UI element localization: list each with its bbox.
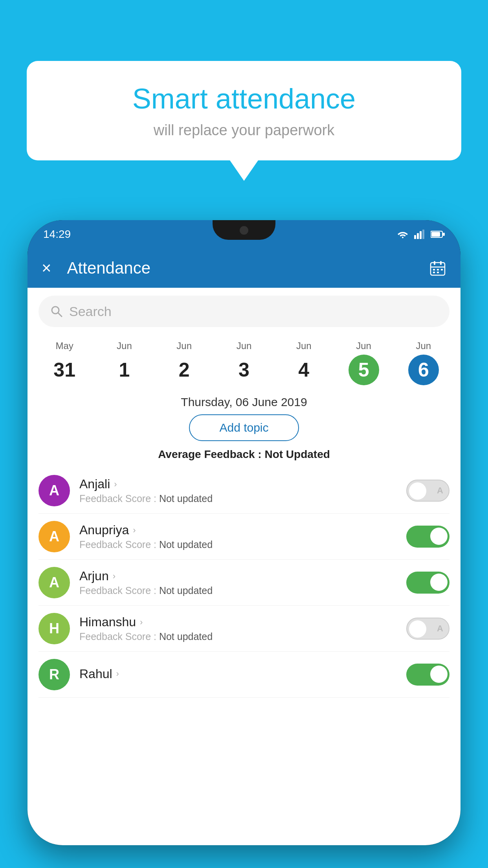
screen-content: Search May31Jun1Jun2Jun3Jun4Jun5Jun6 Thu…: [28, 288, 460, 845]
feedback-score: Feedback Score : Not updated: [79, 539, 397, 550]
student-item[interactable]: AAnupriya ›Feedback Score : Not updatedP: [39, 514, 449, 560]
calendar-month-label: Jun: [156, 340, 213, 351]
svg-rect-5: [431, 232, 440, 237]
chevron-right-icon: ›: [140, 617, 143, 627]
bubble-title: Smart attendance: [50, 83, 438, 115]
calendar-date-number: 2: [169, 355, 200, 385]
avatar: R: [39, 659, 70, 690]
search-bar[interactable]: Search: [39, 296, 449, 327]
svg-rect-1: [417, 233, 419, 239]
toggle-label: A: [437, 623, 443, 634]
attendance-toggle[interactable]: P: [406, 664, 449, 686]
student-name: Anjali ›: [79, 477, 397, 491]
student-name: Himanshu ›: [79, 615, 397, 629]
calendar-day[interactable]: Jun3: [214, 337, 274, 388]
svg-rect-15: [437, 272, 439, 273]
student-list: AAnjali ›Feedback Score : Not updatedAAA…: [28, 468, 460, 698]
svg-rect-2: [420, 231, 422, 239]
svg-rect-6: [443, 233, 445, 236]
avatar: H: [39, 613, 70, 644]
calendar-day[interactable]: Jun4: [274, 337, 334, 388]
attendance-toggle[interactable]: A: [406, 480, 449, 502]
phone-frame: 14:29: [28, 220, 460, 845]
student-item[interactable]: AArjun ›Feedback Score : Not updatedP: [39, 560, 449, 606]
camera: [240, 226, 248, 235]
phone-notch: [213, 220, 275, 240]
toggle-label: A: [437, 485, 443, 496]
chevron-right-icon: ›: [114, 479, 117, 489]
calendar-day[interactable]: Jun1: [94, 337, 154, 388]
feedback-score: Feedback Score : Not updated: [79, 631, 397, 642]
calendar-day[interactable]: Jun6: [394, 337, 453, 388]
phone-mockup: 14:29: [28, 220, 460, 868]
student-name: Rahul ›: [79, 667, 397, 681]
calendar-month-label: Jun: [395, 340, 452, 351]
speech-bubble: Smart attendance will replace your paper…: [27, 61, 461, 160]
app-bar: × Attendance: [28, 248, 460, 288]
calendar-date-number: 1: [109, 355, 139, 385]
calendar-month-label: Jun: [96, 340, 152, 351]
student-item[interactable]: AAnjali ›Feedback Score : Not updatedA: [39, 468, 449, 514]
svg-rect-9: [440, 261, 442, 265]
chevron-right-icon: ›: [116, 669, 119, 679]
svg-rect-0: [414, 235, 416, 239]
svg-rect-11: [433, 269, 435, 270]
avg-feedback-label: Average Feedback :: [158, 448, 264, 460]
app-bar-title: Attendance: [67, 259, 429, 278]
signal-icon: [414, 230, 425, 239]
add-topic-button[interactable]: Add topic: [189, 414, 299, 441]
svg-rect-13: [441, 269, 443, 270]
avatar: A: [39, 475, 70, 506]
calendar-month-label: Jun: [275, 340, 332, 351]
svg-rect-8: [434, 261, 435, 265]
calendar-day[interactable]: Jun2: [154, 337, 214, 388]
avatar: A: [39, 567, 70, 598]
close-button[interactable]: ×: [42, 259, 51, 278]
student-info: Anupriya ›Feedback Score : Not updated: [79, 523, 397, 550]
avg-feedback: Average Feedback : Not Updated: [28, 448, 460, 461]
student-info: Anjali ›Feedback Score : Not updated: [79, 477, 397, 504]
svg-rect-3: [422, 230, 424, 239]
student-item[interactable]: HHimanshu ›Feedback Score : Not updatedA: [39, 606, 449, 652]
calendar-date-number: 31: [49, 355, 80, 385]
svg-rect-12: [437, 269, 439, 270]
toggle-knob: [409, 620, 426, 638]
calendar-icon[interactable]: [429, 259, 446, 277]
svg-line-17: [58, 313, 62, 316]
calendar-month-label: Jun: [335, 340, 392, 351]
calendar-strip: May31Jun1Jun2Jun3Jun4Jun5Jun6: [28, 333, 460, 388]
toggle-knob: [409, 482, 426, 500]
calendar-date-number: 6: [408, 355, 439, 385]
status-icons: [397, 230, 445, 239]
student-info: Arjun ›Feedback Score : Not updated: [79, 569, 397, 596]
calendar-month-label: May: [36, 340, 93, 351]
toggle-label: P: [438, 577, 444, 588]
calendar-day[interactable]: Jun5: [334, 337, 393, 388]
student-name: Anupriya ›: [79, 523, 397, 537]
attendance-toggle[interactable]: A: [406, 618, 449, 640]
chevron-right-icon: ›: [113, 571, 116, 581]
svg-rect-10: [431, 267, 445, 268]
svg-rect-14: [433, 272, 435, 273]
status-time: 14:29: [43, 228, 71, 241]
calendar-day[interactable]: May31: [35, 337, 94, 388]
avatar: A: [39, 521, 70, 552]
attendance-toggle[interactable]: P: [406, 526, 449, 548]
student-info: Himanshu ›Feedback Score : Not updated: [79, 615, 397, 642]
calendar-month-label: Jun: [216, 340, 272, 351]
feedback-score: Feedback Score : Not updated: [79, 585, 397, 596]
student-name: Arjun ›: [79, 569, 397, 583]
calendar-date-number: 5: [349, 355, 379, 385]
student-info: Rahul ›: [79, 667, 397, 683]
search-icon: [50, 305, 63, 318]
calendar-date-number: 4: [288, 355, 319, 385]
selected-date-label: Thursday, 06 June 2019: [28, 395, 460, 409]
student-item[interactable]: RRahul ›P: [39, 652, 449, 698]
search-input-placeholder: Search: [69, 304, 112, 319]
chevron-right-icon: ›: [133, 525, 136, 535]
toggle-label: P: [438, 669, 444, 680]
wifi-icon: [397, 230, 409, 239]
battery-icon: [431, 230, 445, 238]
attendance-toggle[interactable]: P: [406, 572, 449, 594]
toggle-label: P: [438, 531, 444, 542]
